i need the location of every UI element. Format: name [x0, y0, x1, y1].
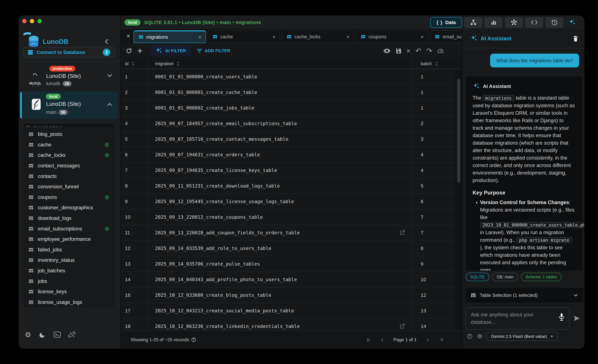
column-header-batch[interactable]: batch: [421, 61, 432, 66]
table-row[interactable]: 10 2025_09_13_220012_create_coupons_tabl…: [121, 209, 462, 225]
history-button[interactable]: [546, 17, 564, 28]
sidebar-table-item[interactable]: email_subscriptions: [23, 223, 115, 234]
prev-page-icon[interactable]: [380, 337, 384, 342]
cell-batch[interactable]: 2: [412, 116, 456, 131]
scrollbar-thumb[interactable]: [457, 79, 460, 183]
discard-x-icon[interactable]: ×: [407, 48, 411, 54]
cell-migration[interactable]: 2025_09_11_051231_create_download_logs_t…: [148, 178, 412, 194]
table-tab[interactable]: cache_locks ×: [282, 30, 354, 43]
cell-id[interactable]: 5: [121, 132, 148, 147]
cell-id[interactable]: 13: [121, 256, 148, 272]
cell-migration[interactable]: 0001_01_01_000000_create_users_table: [148, 69, 412, 84]
sidebar-table-item[interactable]: license_usage_logs: [23, 297, 115, 307]
cell-id[interactable]: 17: [121, 303, 148, 318]
cell-id[interactable]: 4: [121, 116, 148, 131]
redo-icon[interactable]: ↷: [426, 48, 432, 54]
sidebar-collapse-icon[interactable]: [104, 38, 109, 45]
cell-id[interactable]: 9: [121, 194, 148, 209]
connect-database-button[interactable]: Connect to Database 2: [23, 47, 115, 58]
disconnect-unlink-icon[interactable]: [68, 331, 75, 338]
cell-id[interactable]: 18: [121, 319, 148, 331]
cell-migration[interactable]: 2025_09_13_220012_create_coupons_table: [148, 209, 412, 225]
chat-area[interactable]: What does the migrations table do? AI As…: [463, 48, 584, 271]
cell-batch[interactable]: 4: [412, 147, 456, 162]
cell-migration[interactable]: 2025_10_12_033600_create_blog_posts_tabl…: [148, 288, 412, 303]
schema-structure-button[interactable]: [464, 17, 482, 28]
info-icon[interactable]: [191, 337, 196, 342]
sort-icon[interactable]: [435, 62, 438, 66]
settings-gear-icon[interactable]: ⚙: [24, 331, 32, 338]
ai-settings-gear-icon[interactable]: ⚙: [477, 333, 482, 340]
cell-batch[interactable]: 4: [412, 163, 456, 178]
ai-prompt-input[interactable]: [471, 311, 555, 326]
table-row[interactable]: 11 2025_09_13_220028_add_coupon_fields_t…: [121, 225, 462, 241]
sidebar-table-item[interactable]: cache_locks: [23, 150, 115, 161]
cell-migration[interactable]: 0001_01_01_000002_create_jobs_table: [148, 100, 412, 116]
save-icon[interactable]: [395, 48, 401, 54]
cell-batch[interactable]: 7: [412, 209, 456, 225]
cell-id[interactable]: 10: [121, 209, 148, 225]
tab-close-icon[interactable]: ×: [198, 34, 201, 40]
context-badge[interactable]: SQLITE: [466, 273, 489, 281]
ai-filter-button[interactable]: AI FILTER: [150, 45, 191, 56]
send-message-icon[interactable]: [573, 315, 581, 322]
add-row-icon[interactable]: [137, 48, 143, 54]
cell-batch[interactable]: 7: [412, 225, 456, 240]
cell-id[interactable]: 7: [121, 163, 148, 178]
sidebar-table-item[interactable]: download_logs: [23, 213, 115, 223]
first-page-icon[interactable]: [366, 337, 371, 342]
table-tab[interactable]: cache ×: [208, 30, 280, 43]
cell-batch[interactable]: 10: [412, 272, 456, 287]
zoom-window-button[interactable]: [38, 19, 42, 23]
chevron-down-icon[interactable]: [107, 74, 112, 77]
table-row[interactable]: 8 2025_09_11_051231_create_download_logs…: [121, 178, 462, 194]
cell-id[interactable]: 3: [121, 100, 148, 116]
table-row[interactable]: 6 2025_09_07_194631_create_orders_table …: [121, 147, 462, 163]
connection-local-selected[interactable]: local LunoDB (Site) main 36: [20, 91, 118, 119]
cell-migration[interactable]: 2025_09_14_035706_create_pulse_tables: [148, 256, 412, 272]
next-page-icon[interactable]: [426, 337, 430, 342]
cell-id[interactable]: 2: [121, 85, 148, 100]
cell-batch[interactable]: 8: [412, 241, 456, 256]
sidebar-table-item[interactable]: inventory_status: [23, 255, 115, 265]
cell-batch[interactable]: 1: [412, 85, 456, 100]
microphone-icon[interactable]: [558, 313, 565, 321]
sidebar-table-item[interactable]: license_keys: [23, 287, 115, 297]
refresh-icon[interactable]: [126, 48, 132, 54]
sidebar-table-item[interactable]: contact_messages: [23, 161, 115, 171]
table-row[interactable]: 3 0001_01_01_000002_create_jobs_table 1: [121, 100, 462, 116]
preview-eye-icon[interactable]: [383, 48, 390, 53]
sidebar-table-item[interactable]: conversion_funnel: [23, 182, 115, 192]
terminal-icon[interactable]: [53, 331, 61, 338]
sort-icon[interactable]: [177, 62, 180, 66]
undo-icon[interactable]: ↶: [415, 48, 421, 54]
cell-batch[interactable]: 12: [412, 288, 456, 303]
cell-id[interactable]: 6: [121, 147, 148, 162]
sidebar-table-item[interactable]: contacts: [23, 171, 115, 182]
sidebar-table-item[interactable]: customer_demographics: [23, 202, 115, 213]
data-view-button[interactable]: { } Data: [430, 17, 462, 28]
cell-id[interactable]: 16: [121, 288, 148, 303]
table-tab[interactable]: migrations ×: [133, 30, 206, 43]
context-badge[interactable]: DB: main: [492, 273, 518, 281]
sidebar-table-item[interactable]: failed_jobs: [23, 245, 115, 255]
dark-mode-moon-icon[interactable]: [39, 331, 46, 338]
cell-migration[interactable]: 2025_09_13_220028_add_coupon_fields_to_o…: [148, 225, 412, 240]
table-row[interactable]: 14 2025_09_14_040343_add_profile_photo_t…: [121, 272, 462, 288]
close-all-tabs-icon[interactable]: ×: [126, 33, 130, 39]
sidebar-table-item[interactable]: job_batches: [23, 265, 115, 276]
column-header-id[interactable]: id: [125, 61, 129, 66]
last-page-icon[interactable]: [439, 337, 444, 342]
cell-id[interactable]: 12: [121, 241, 148, 256]
cell-batch[interactable]: 6: [412, 194, 456, 209]
table-row[interactable]: 18 2025_10_12_063236_create_linkedin_cre…: [121, 319, 462, 331]
cell-id[interactable]: 8: [121, 178, 148, 194]
cell-migration[interactable]: 0001_01_01_000001_create_cache_table: [148, 85, 412, 100]
table-tab[interactable]: email_subscriptions ×: [430, 30, 462, 43]
tab-close-icon[interactable]: ×: [347, 34, 350, 40]
code-sql-button[interactable]: [525, 17, 543, 28]
cell-batch[interactable]: 1: [412, 100, 456, 116]
cell-migration[interactable]: 2025_09_14_033539_add_role_to_users_tabl…: [148, 241, 412, 256]
table-scrollbar[interactable]: [456, 69, 462, 331]
table-row[interactable]: 13 2025_09_14_035706_create_pulse_tables…: [121, 256, 462, 272]
